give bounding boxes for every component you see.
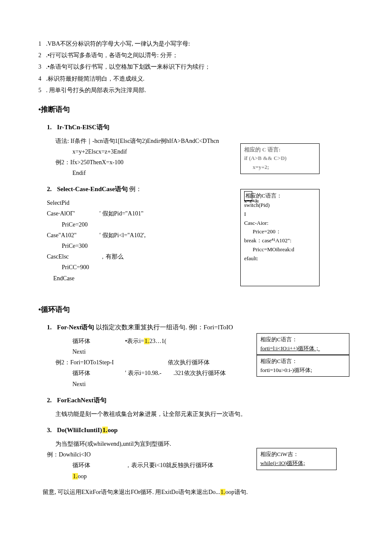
code-frag: 循环体 — [72, 336, 124, 346]
box-strike: x=z+3; — [244, 197, 259, 205]
list-item: 1.VBA不区分标识符的字母大小写, 一律认为是小写字母: — [38, 38, 362, 49]
box-line: forti=10u>0:i-)循环体; — [260, 366, 346, 375]
list-num: 4 — [38, 73, 46, 84]
box-line: 相应的CiW吉： — [260, 450, 333, 459]
c-equiv-box: x=z+3; 相相应的C语言：应的C语言： switch(Pid) I Casc… — [240, 189, 320, 286]
box-line: Casc-Aior: — [244, 219, 316, 228]
box-line: break：case⁴¹A102": — [244, 236, 316, 245]
c-equiv-box: 相应的CiW吉： while(i<IO)循环体; — [257, 448, 337, 470]
box-line: if (A>B && C>D) — [244, 154, 316, 163]
do-block: 为当型循环(或whilewend),until为宜到型循环. 例：Dowhilc… — [38, 439, 362, 482]
box-line: x=y+2; — [244, 163, 316, 172]
code-frag: •表示i= — [125, 338, 144, 344]
code-frag: ' 假如Pid="A101" — [100, 210, 144, 217]
code-frag: 依次执行循环体 — [168, 359, 210, 366]
code-frag: ' 假如Pi<l="A102', — [100, 232, 146, 238]
code-frag: Case∙AlOΓ' — [47, 208, 98, 219]
list-num: 5 — [38, 85, 46, 96]
sub-num: 2. — [47, 395, 55, 406]
list-item: 2.•行可以书写多条语句，各语句之间以渭号: 分开； — [38, 50, 362, 61]
c-equiv-box: 相应的C语言： forti=10u>0:i-)循环体; — [257, 355, 349, 377]
code-frag: ' 表示i=10.98.- — [125, 368, 172, 378]
code-line: Nexti — [72, 379, 362, 389]
if-block: 语法: If条件｜-hcn语句1[Elsc谙句2)Endir例hIfA>BAnd… — [38, 136, 362, 179]
section-heading: •推断语句 — [38, 103, 362, 116]
section-heading: •循环语句 — [38, 303, 362, 317]
code-frag-hl: 1. — [72, 473, 78, 479]
box-line: 相应的C语言： — [260, 357, 346, 366]
for-block: 循环体 •表示i=1.23…1( Nexti 例2：Fori=IOTo1Step… — [38, 336, 362, 389]
note-frag: 留意, 可以运用EXitFor语句来退出FOr循环. 用ExitDo语句来退出D… — [43, 489, 220, 495]
intro-list: 1.VBA不区分标识符的字母大小写, 一律认为是小写字母: 2.•行可以书写多条… — [38, 38, 362, 96]
sub-title-a: Do(WliiIcIuntiI) — [57, 427, 102, 433]
code-frag: oop — [78, 473, 87, 479]
sub-title: Select-Case-EndCase语句 — [57, 186, 128, 192]
sub-heading: 1. Ir-ThCn-ElSC语句 — [47, 122, 362, 133]
box-title: 相应的 C 语言: — [244, 145, 316, 154]
body-text: 主钱功能是刻一个教祖或集合对象进展，让全部元素正复执行一次语句。 — [55, 409, 362, 419]
box-line: Pricc=MOibreak:d — [244, 245, 316, 254]
box-line: forti=l:i<IO:i++)循环体； — [260, 344, 346, 353]
list-text: .•行可以书写多条语句，各语句之间以渭号: 分开； — [46, 52, 178, 58]
c-equiv-box: 相应的C语言： forti=l:i<IO:i++)循环体； — [257, 333, 349, 355]
note-frag-hl: 1. — [220, 489, 226, 495]
box-line: while(i<IO)循环体; — [260, 459, 333, 468]
list-item: 5. 用单引号打头的局部表示为注滓局部. — [38, 85, 362, 96]
sub-heading: 3. Do(WliiIcIuntiI)1.oop — [47, 424, 362, 436]
list-item: 3.•条语句可以多行书写，以空格加下划践一来标识下行为续行； — [38, 61, 362, 72]
select-block: SelectPid Case∙AlOΓ' ' 假如Pid="A101" PriC… — [38, 198, 362, 296]
sub-num: 1. — [47, 322, 55, 333]
code-frag-hl: 1. — [144, 338, 150, 344]
box-line: Price=200： — [244, 227, 316, 236]
list-text: .•条语句可以多行书写，以空格加下划践一来标识下行为续行； — [46, 64, 210, 70]
note-text: 留意, 可以运用EXitFor语句来退出FOr循环. 用ExitDo语句来退出D… — [43, 487, 362, 497]
list-num: 3 — [38, 61, 46, 72]
code-frag: ，表示只要i<10就反独执行循环体 — [125, 462, 214, 468]
code-frag: ，有那么 — [100, 253, 124, 260]
code-frag: .321依次执行循环体 — [173, 370, 226, 376]
list-text: .标识符最好能简洁明白，不造成歧义. — [46, 76, 144, 82]
sub-title-hl: 1. — [102, 427, 108, 433]
sub-after: 例： — [129, 186, 142, 192]
code-frag: 循环体 — [72, 368, 124, 378]
sub-num: 1. — [47, 122, 55, 133]
sub-heading: 1. For-Next语句 以指定次数来重笈执行一组语句. 例I：Fori=lT… — [47, 322, 362, 333]
sub-after: 以指定次数来重笈执行一组语句. 例I：Fori=lToIO — [96, 324, 233, 331]
box-line: x=z+3; 相相应的C语言：应的C语言： — [244, 191, 316, 201]
code-line: 1.oop — [72, 471, 362, 482]
code-frag: 23…1( — [150, 338, 167, 344]
list-item: 4.标识符最好能简洁明白，不造成歧义. — [38, 73, 362, 84]
sub-num: 3. — [47, 424, 55, 436]
sub-title: Ir-ThCn-ElSC语句 — [57, 124, 110, 131]
sub-num: 2. — [47, 183, 55, 195]
list-num: 1 — [38, 38, 46, 49]
code-frag: 循环体 — [72, 460, 124, 471]
box-line: efault: — [244, 254, 316, 263]
sub-title: ForEachNext语句 — [57, 397, 107, 404]
sub-heading: 2. ForEachNext语句 — [47, 395, 362, 406]
box-line: I — [244, 210, 316, 219]
code-frag: Case"A102" — [47, 230, 98, 241]
sub-title-c: oop — [108, 427, 118, 433]
list-num: 2 — [38, 50, 46, 61]
c-equiv-box: 相应的 C 语言: if (A>B && C>D) x=y+2; — [240, 143, 320, 174]
list-text: .VBA不区分标识符的字母大小写, 一律认为是小写字母: — [46, 41, 190, 47]
list-text: . 用单引号打头的局部表示为注滓局部. — [46, 87, 146, 93]
note-frag: oop谙句. — [225, 489, 248, 495]
box-line: 相应的C语言： — [260, 335, 346, 344]
code-frag: 例2：Fori=IOTo1Step-I — [55, 357, 166, 368]
sub-title: For-Next语句 — [57, 324, 95, 331]
code-frag: CascElsc — [47, 251, 98, 262]
